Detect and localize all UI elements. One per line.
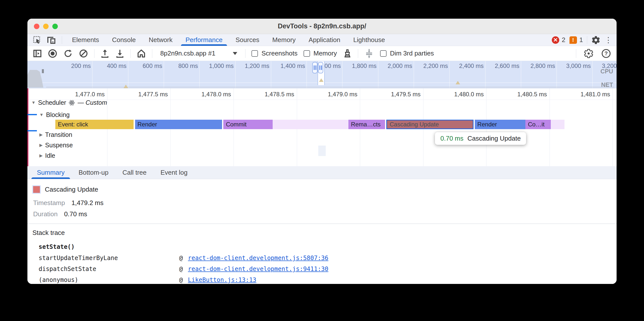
flame-event-event-click[interactable]: Event: click [55, 120, 134, 129]
stack-frame-at: @ [179, 255, 183, 262]
window-titlebar: DevTools - 8p2n9n.csb.app/ [28, 19, 616, 34]
stack-frame-source-link[interactable]: react-dom-client.development.js:9411:30 [188, 266, 328, 273]
collapse-tracks-icon[interactable] [364, 48, 374, 58]
screenshots-checkbox[interactable]: Screenshots [252, 49, 298, 57]
inspect-element-icon[interactable] [33, 36, 41, 44]
tab-network[interactable]: Network [142, 34, 179, 46]
details-tab-call-tree[interactable]: Call tree [116, 166, 154, 179]
timeline-overview[interactable]: 200 ms400 ms600 ms800 ms1,000 ms1,200 ms… [28, 61, 616, 88]
scheduler-track-label: Scheduler [38, 99, 66, 106]
lane-label: Suspense [45, 142, 73, 149]
toggle-device-toolbar-icon[interactable] [47, 36, 56, 44]
blocking-lane-header[interactable]: ▼ Blocking [40, 111, 70, 119]
clear-icon[interactable] [79, 49, 88, 58]
minimize-window-button[interactable] [43, 24, 48, 29]
tab-lighthouse[interactable]: Lighthouse [347, 34, 392, 46]
expand-triangle-icon[interactable]: ▶ [40, 153, 42, 158]
stack-root-call: setState() [39, 243, 75, 250]
flame-chart[interactable]: 1,477.0 ms1,477.5 ms1,478.0 ms1,478.5 ms… [28, 88, 616, 166]
ruler-tick-label: 1,479.0 ms [312, 91, 358, 98]
help-icon[interactable]: ? [601, 48, 611, 58]
stack-frame-source-link[interactable]: LikeButton.js:13:13 [188, 277, 256, 283]
more-options-icon[interactable]: ⋮ [604, 36, 612, 44]
svg-text:?: ? [604, 50, 608, 56]
ruler-tick-label: 1,477.0 ms [60, 91, 105, 98]
scroll-ghost [318, 146, 326, 156]
stack-frame-at: @ [179, 266, 183, 273]
devtools-tabbar: ElementsConsoleNetworkPerformanceSources… [28, 34, 616, 46]
tabbar-separator [62, 36, 62, 44]
tab-performance[interactable]: Performance [179, 34, 229, 46]
error-count[interactable]: 2 [562, 36, 565, 44]
toolbar-separator [245, 49, 246, 58]
summary-divider [28, 223, 616, 224]
ruler-tick-label: 1,480.5 ms [502, 91, 547, 98]
settings-gear-icon[interactable] [591, 35, 601, 45]
details-tabbar: SummaryBottom-upCall treeEvent log [28, 166, 616, 179]
desktop-background: DevTools - 8p2n9n.csb.app/ [0, 0, 644, 321]
close-window-button[interactable] [34, 24, 40, 29]
lane-header-suspense[interactable]: ▶Suspense [40, 142, 73, 149]
expand-triangle-icon[interactable]: ▶ [40, 143, 42, 148]
record-icon[interactable] [48, 49, 57, 58]
flame-event-render[interactable]: Render [475, 120, 525, 129]
flame-event-render[interactable]: Render [135, 120, 222, 129]
garbage-collect-icon[interactable] [343, 49, 352, 58]
zoom-window-button[interactable] [52, 24, 58, 29]
flame-event-anonymous[interactable] [273, 120, 348, 129]
event-tooltip: 0.70 ms Cascading Update [435, 132, 526, 145]
capture-settings-gear-icon[interactable] [584, 48, 594, 58]
reload-record-icon[interactable] [63, 49, 73, 58]
collapse-triangle-icon[interactable]: ▼ [32, 100, 36, 105]
details-tab-summary[interactable]: Summary [30, 166, 72, 179]
lane-header-idle[interactable]: ▶Idle [40, 152, 55, 159]
download-profile-icon[interactable] [116, 49, 124, 58]
stack-frame-source-link[interactable]: react-dom-client.development.js:5807:36 [188, 255, 328, 262]
marker-triangle [319, 78, 324, 82]
tab-memory[interactable]: Memory [266, 34, 302, 46]
flame-event-rema-cts[interactable]: Rema…cts [348, 120, 385, 129]
toggle-sidebar-icon[interactable] [33, 49, 42, 58]
warning-count[interactable]: 1 [580, 36, 583, 44]
selection-right-handle[interactable] [318, 62, 323, 73]
flame-event-co-it[interactable]: Co…it [525, 120, 550, 129]
lane-label: Idle [45, 152, 55, 159]
upload-profile-icon[interactable] [100, 49, 110, 58]
event-color-swatch [33, 186, 40, 193]
tab-elements[interactable]: Elements [66, 34, 106, 46]
profile-select[interactable]: 8p2n9n.csb.app #1 [158, 49, 239, 57]
toolbar-separator [152, 49, 152, 58]
dim-3rd-parties-label: Dim 3rd parties [390, 49, 434, 57]
flame-event-anonymous[interactable] [551, 120, 565, 129]
toolbar-separator [358, 49, 358, 58]
blocking-lane-label: Blocking [46, 111, 70, 119]
scheduler-track-header[interactable]: ▼ Scheduler — Custom [32, 99, 107, 106]
ruler-tick-label: 1,481.0 ms [565, 91, 610, 98]
tooltip-label: Cascading Update [468, 135, 521, 142]
stack-frame-at: @ [179, 277, 183, 283]
ruler-gridline [612, 88, 613, 166]
memory-checkbox[interactable]: Memory [304, 49, 337, 57]
error-icon[interactable]: ✕ [552, 36, 559, 44]
duration-label: Duration [33, 210, 58, 218]
dim-3rd-parties-checkbox[interactable]: Dim 3rd parties [380, 49, 434, 57]
tab-sources[interactable]: Sources [229, 34, 266, 46]
tab-application[interactable]: Application [302, 34, 347, 46]
flame-event-commit[interactable]: Commit [223, 120, 273, 129]
ruler-tick-label: 1,478.5 ms [250, 91, 294, 98]
traffic-lights [34, 24, 58, 29]
expand-triangle-icon[interactable]: ▶ [40, 132, 42, 137]
home-icon[interactable] [136, 49, 146, 58]
details-tab-bottom-up[interactable]: Bottom-up [72, 166, 116, 179]
lane-header-transition[interactable]: ▶Transition [40, 131, 72, 138]
collapse-triangle-icon[interactable]: ▼ [40, 113, 44, 118]
window-title: DevTools - 8p2n9n.csb.app/ [278, 22, 366, 30]
selection-left-handle[interactable] [312, 62, 318, 73]
memory-label: Memory [314, 49, 337, 57]
toolbar-separator [576, 49, 576, 58]
flame-event-cascading-update[interactable]: Cascading Update [386, 120, 474, 129]
details-tab-event-log[interactable]: Event log [154, 166, 194, 179]
summary-panel: Cascading Update Timestamp 1,479.2 ms Du… [28, 179, 616, 284]
warning-icon[interactable]: ! [570, 36, 577, 44]
tab-console[interactable]: Console [106, 34, 142, 46]
